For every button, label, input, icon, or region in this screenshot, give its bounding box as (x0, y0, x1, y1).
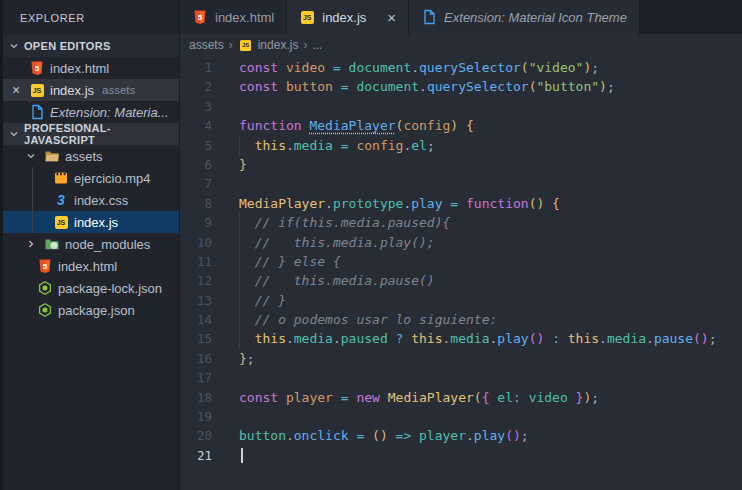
explorer-sidebar: EXPLORER OPEN EDITORS 5index.html×JSinde… (3, 0, 180, 490)
code-line-content (239, 174, 742, 193)
code-line-content: // } (239, 291, 742, 310)
open-editor-item[interactable]: Extension: Materia... (3, 101, 179, 123)
code-line-content: // this.media.play(); (239, 233, 742, 252)
code-line-4[interactable]: 4function MediaPlayer(config) { (180, 116, 742, 135)
code-line-content: const video = document.querySelector("vi… (239, 58, 742, 77)
tree-item-name: node_modules (65, 237, 150, 252)
open-editor-item[interactable]: ×JSindex.jsassets (3, 79, 179, 101)
line-number: 4 (180, 116, 212, 135)
open-editor-name: index.html (50, 61, 109, 76)
code-line-8[interactable]: 8MediaPlayer.prototype.play = function()… (180, 194, 742, 213)
line-number: 14 (180, 310, 212, 329)
javascript-file-icon: JS (299, 9, 315, 25)
explorer-title: EXPLORER (3, 0, 179, 35)
code-line-9[interactable]: 9 // if(this.media.paused){ (180, 213, 742, 232)
code-line-content: // } else { (239, 252, 742, 271)
code-line-content: this.media.paused ? this.media.play() : … (239, 329, 742, 348)
close-tab-icon[interactable]: × (387, 10, 396, 25)
tree-item-name: package.json (58, 303, 135, 318)
code-line-3[interactable]: 3 (180, 97, 742, 116)
code-line-5[interactable]: 5 this.media = config.el; (180, 136, 742, 155)
code-line-content (239, 407, 742, 426)
open-editor-item[interactable]: 5index.html (3, 57, 179, 79)
code-line-11[interactable]: 11 // } else { (180, 252, 742, 271)
nodejs-json-icon (37, 280, 53, 296)
line-number: 5 (180, 136, 212, 155)
section-open-editors[interactable]: OPEN EDITORS (3, 35, 179, 57)
code-line-21[interactable]: 21 (180, 446, 742, 465)
line-number: 16 (180, 349, 212, 368)
line-number: 20 (180, 426, 212, 445)
code-line-14[interactable]: 14 // o podemos usar lo siguiente: (180, 310, 742, 329)
tree-item-assets[interactable]: assets (3, 145, 179, 167)
code-line-content: }; (239, 349, 742, 368)
code-line-16[interactable]: 16}; (180, 349, 742, 368)
code-line-18[interactable]: 18const player = new MediaPlayer({ el: v… (180, 388, 742, 407)
line-number: 12 (180, 271, 212, 290)
breadcrumb-segment[interactable]: ... (312, 38, 322, 52)
vscode-window: EXPLORER OPEN EDITORS 5index.html×JSinde… (0, 0, 742, 490)
breadcrumb-segment[interactable]: JSindex.js (238, 37, 299, 53)
line-number: 15 (180, 329, 212, 348)
line-number: 19 (180, 407, 212, 426)
line-number: 6 (180, 155, 212, 174)
breadcrumb-segment[interactable]: assets (189, 38, 224, 52)
code-line-content: this.media = config.el; (239, 136, 742, 155)
code-line-6[interactable]: 6} (180, 155, 742, 174)
code-line-20[interactable]: 20button.onclick = () => player.play(); (180, 426, 742, 445)
code-line-2[interactable]: 2const button = document.querySelector("… (180, 77, 742, 96)
line-number: 1 (180, 58, 212, 77)
tree-item-name: index.css (74, 193, 128, 208)
html-file-icon: 5 (192, 9, 208, 25)
chevron-right-icon (23, 236, 39, 252)
svg-text:3: 3 (57, 192, 65, 208)
code-line-content: MediaPlayer.prototype.play = function() … (239, 194, 742, 213)
line-number: 10 (180, 233, 212, 252)
video-file-icon (53, 170, 69, 186)
code-line-10[interactable]: 10 // this.media.play(); (180, 233, 742, 252)
document-file-icon (421, 9, 437, 25)
tab-index-js[interactable]: JSindex.js× (287, 0, 409, 34)
chevron-down-icon (6, 126, 22, 142)
chevron-down-icon (23, 148, 39, 164)
code-line-19[interactable]: 19 (180, 407, 742, 426)
tree-item-name: index.js (74, 215, 118, 230)
section-project-folder[interactable]: PROFESIONAL-JAVASCRIPT (3, 123, 179, 145)
tree-item-index-js[interactable]: JSindex.js (3, 211, 179, 233)
tree-item-package-json[interactable]: package.json (3, 299, 179, 321)
svg-text:5: 5 (198, 13, 203, 22)
breadcrumb-label: assets (189, 38, 224, 52)
tab-bar: 5index.htmlJSindex.js×Extension: Materia… (180, 0, 742, 34)
chevron-down-icon (6, 38, 22, 54)
code-line-1[interactable]: 1const video = document.querySelector("v… (180, 58, 742, 77)
nodejs-json-icon (37, 302, 53, 318)
svg-text:5: 5 (35, 64, 40, 73)
tree-item-index-html[interactable]: 5index.html (3, 255, 179, 277)
code-line-content (239, 97, 742, 116)
code-line-15[interactable]: 15 this.media.paused ? this.media.play()… (180, 329, 742, 348)
tree-item-node-modules[interactable]: node_modules (3, 233, 179, 255)
tree-item-package-lock-json[interactable]: package-lock.json (3, 277, 179, 299)
line-number: 21 (180, 446, 212, 465)
section-project-label: PROFESIONAL-JAVASCRIPT (24, 122, 179, 146)
code-line-13[interactable]: 13 // } (180, 291, 742, 310)
tree-item-ejercicio-mp4[interactable]: ejercicio.mp4 (3, 167, 179, 189)
file-tree: assetsejercicio.mp43index.cssJSindex.jsn… (3, 145, 179, 321)
code-line-12[interactable]: 12 // this.media.pause() (180, 271, 742, 290)
code-line-17[interactable]: 17 (180, 368, 742, 387)
code-line-content: function MediaPlayer(config) { (239, 116, 742, 135)
javascript-file-icon: JS (238, 37, 254, 53)
tab-extension-material-icon-theme[interactable]: Extension: Material Icon Theme (409, 0, 640, 34)
node-modules-folder-icon (44, 236, 60, 252)
code-line-content: button.onclick = () => player.play(); (239, 426, 742, 445)
code-line-content: // this.media.pause() (239, 271, 742, 290)
code-line-7[interactable]: 7 (180, 174, 742, 193)
tree-item-index-css[interactable]: 3index.css (3, 189, 179, 211)
text-cursor (241, 448, 243, 463)
tab-index-html[interactable]: 5index.html (180, 0, 287, 34)
code-editor[interactable]: 1const video = document.querySelector("v… (180, 56, 742, 490)
line-number: 17 (180, 368, 212, 387)
line-number: 7 (180, 174, 212, 193)
javascript-file-icon: JS (53, 214, 69, 230)
close-editor-icon[interactable]: × (8, 83, 24, 97)
